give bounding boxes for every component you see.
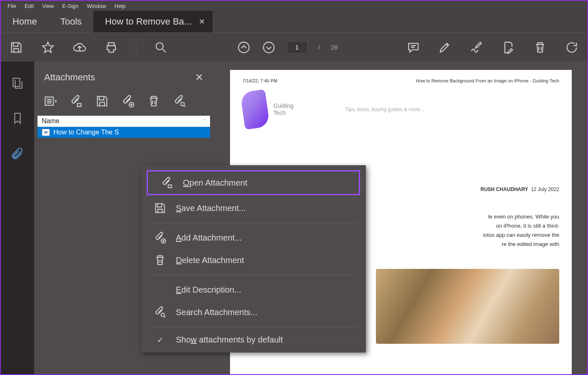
brand-tagline: Tips, tricks, buying guides & more... [345,107,424,112]
attachment-list: Name ˄ W How to Change The S [38,116,210,138]
ctx-separator [151,327,356,327]
attachment-filename: How to Change The S [53,129,119,136]
delete-icon [153,253,167,267]
open-icon [160,176,174,189]
highlight-icon[interactable] [438,40,452,55]
page-separator: / [318,44,320,51]
print-icon[interactable] [104,40,118,55]
save-icon [153,201,167,215]
tab-tools[interactable]: Tools [49,11,93,32]
ctx-search-attachments[interactable]: Search Attachments... [141,301,366,323]
toolbar-separator [136,38,136,57]
menu-edit[interactable]: Edit [20,2,38,10]
ctx-save-attachment[interactable]: Save Attachment... [141,197,366,219]
page-total: 28 [331,44,338,51]
svg-point-6 [181,102,185,106]
ctx-add-attachment[interactable]: Add Attachment... [141,226,366,249]
word-file-icon: W [42,129,50,136]
brand-name: GuidingTech [273,102,293,117]
menu-window[interactable]: Window [83,2,110,10]
search-attach-icon [153,305,167,319]
menu-help[interactable]: Help [110,2,130,10]
ctx-edit-description[interactable]: Edit Description... [141,278,366,301]
tab-bar: Home Tools How to Remove Ba... ✕ [1,11,587,32]
tab-document-label: How to Remove Ba... [105,16,192,27]
ctx-show-by-default[interactable]: ✓ Show attachments by default [141,330,366,349]
article-image [376,269,559,344]
comment-icon[interactable] [406,40,420,55]
rotate-icon[interactable] [565,40,579,55]
svg-point-8 [161,313,165,317]
page-up-icon[interactable] [237,40,251,55]
menu-esign[interactable]: E-Sign [58,2,83,10]
edit-page-icon[interactable] [501,40,515,55]
tab-document[interactable]: How to Remove Ba... ✕ [93,11,213,32]
page-navigation: / 28 [237,40,338,55]
column-header-name[interactable]: Name ˄ [38,116,210,127]
add-icon [153,231,167,244]
panel-toolbar [34,90,213,116]
page-down-icon[interactable] [262,40,276,55]
brand-logo [240,89,270,129]
ctx-separator [151,223,356,223]
toolbar: / 28 [1,32,587,62]
trash-icon[interactable] [533,40,547,55]
menu-file[interactable]: File [3,2,20,10]
navigation-rail [1,62,34,374]
open-attachment-icon[interactable] [69,94,83,108]
page-title-meta: How to Remove Background From an Image o… [416,78,559,83]
attachments-icon[interactable] [11,147,24,160]
menubar: File Edit View E-Sign Window Help [1,1,587,11]
star-icon[interactable] [41,40,55,55]
page-timestamp: 7/14/22, 7:45 PM [243,78,278,83]
save-icon[interactable] [9,40,23,55]
sort-caret-icon: ˄ [203,119,206,124]
svg-point-1 [238,42,249,53]
thumbnails-icon[interactable] [11,77,24,90]
search-icon[interactable] [154,40,168,55]
panel-close-icon[interactable]: ✕ [195,72,203,83]
page-number-input[interactable] [287,41,308,54]
svg-point-2 [263,42,274,53]
sign-icon[interactable] [470,40,484,55]
svg-point-0 [156,42,163,50]
cloud-upload-icon[interactable] [73,40,87,55]
bookmarks-icon[interactable] [11,112,24,125]
ctx-separator [151,275,356,275]
menu-view[interactable]: View [38,2,58,10]
context-menu: Open Attachment Save Attachment... Add A… [141,165,366,353]
delete-attachment-icon[interactable] [147,94,161,108]
tab-close-icon[interactable]: ✕ [199,17,205,26]
add-attachment-icon[interactable] [121,94,135,108]
save-attachment-icon[interactable] [95,94,109,108]
panel-title: Attachments [44,72,95,83]
tab-home[interactable]: Home [1,11,49,32]
ctx-delete-attachment[interactable]: Delete Attachment [141,249,366,271]
checkmark-icon: ✓ [153,335,167,345]
svg-rect-3 [13,78,20,87]
search-attachment-icon[interactable] [173,94,187,108]
ctx-open-attachment[interactable]: Open Attachment [147,170,360,195]
options-dropdown-icon[interactable] [43,94,58,108]
attachment-row[interactable]: W How to Change The S [38,127,210,138]
